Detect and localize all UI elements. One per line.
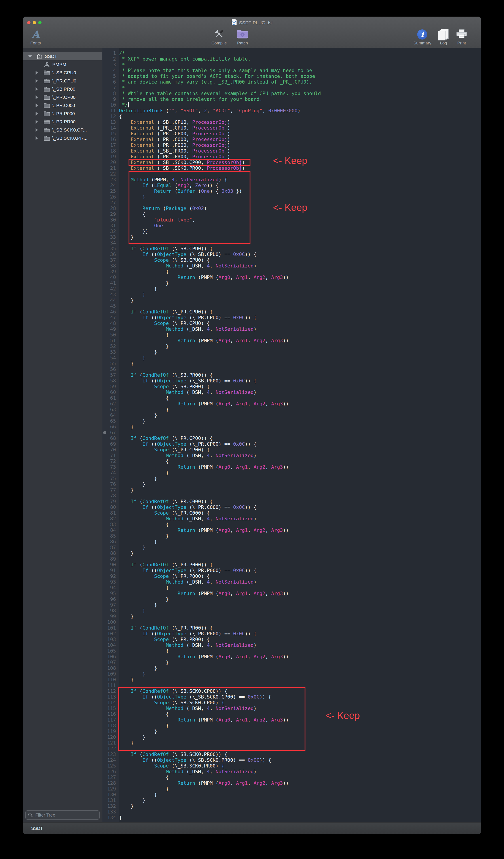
chevron-right-icon[interactable] (35, 79, 38, 83)
code-line[interactable]: 37 Scope (\_SB.CPU0) { (102, 257, 481, 263)
code-line[interactable]: 73 Return (PMPM (Arg0, Arg1, Arg2, Arg3)… (102, 464, 481, 470)
code-line[interactable]: 43 } (102, 292, 481, 298)
code-line[interactable]: 4 * Please note that this table is only … (102, 67, 481, 73)
chevron-right-icon[interactable] (35, 136, 38, 140)
code-line[interactable]: 17 External (_PR_.P000, ProcessorObj) (102, 142, 481, 148)
code-line[interactable]: 62 Return (PMPM (Arg0, Arg1, Arg2, Arg3)… (102, 401, 481, 407)
code-line[interactable]: 65 } (102, 418, 481, 424)
code-line[interactable]: 131 } (102, 798, 481, 803)
code-line[interactable]: 63 } (102, 407, 481, 412)
titlebar[interactable]: SSDT-PLUG.dsl (23, 17, 481, 29)
code-line[interactable]: 16 External (_PR_.C000, ProcessorObj) (102, 137, 481, 142)
code-line[interactable]: 68 If (CondRefOf (\_PR.CP00)) { (102, 436, 481, 441)
log-button[interactable]: Log (438, 28, 449, 46)
code-line[interactable]: 82 Method (_DSM, 4, NotSerialized) (102, 516, 481, 522)
code-line[interactable]: 9 * remove all the ones irrelevant for y… (102, 96, 481, 102)
code-line[interactable]: 32 }) (102, 229, 481, 234)
print-button[interactable]: Print (456, 28, 468, 46)
code-line[interactable]: 106 Return (PMPM (Arg0, Arg1, Arg2, Arg3… (102, 654, 481, 660)
code-line[interactable]: 130 } (102, 792, 481, 798)
code-line[interactable]: 60 Method (_DSM, 4, NotSerialized) (102, 390, 481, 395)
code-line[interactable]: 110 } (102, 677, 481, 683)
code-line[interactable]: 123 If (CondRefOf (\_SB.SCK0.PR00)) { (102, 752, 481, 757)
code-line[interactable]: 122 (102, 746, 481, 752)
code-line[interactable]: 12{ (102, 114, 481, 119)
summary-button[interactable]: i Summary (413, 28, 431, 46)
code-line[interactable]: 38 Method (_DSM, 4, NotSerialized) (102, 263, 481, 269)
code-line[interactable]: 41 } (102, 280, 481, 286)
code-line[interactable]: 118 } (102, 723, 481, 728)
code-line[interactable]: 70 Scope (\_PR.CP00) { (102, 447, 481, 453)
code-line[interactable]: 112 If (CondRefOf (\_SB.SCK0.CP00)) { (102, 688, 481, 694)
code-line[interactable]: 55 } (102, 361, 481, 366)
code-line[interactable]: 3 * (102, 62, 481, 67)
code-line[interactable]: 96 } (102, 597, 481, 602)
code-line[interactable]: 26 } (102, 194, 481, 200)
code-line[interactable]: 52 } (102, 344, 481, 349)
code-line[interactable]: 109 } (102, 671, 481, 677)
code-line[interactable]: 31 One (102, 223, 481, 229)
code-line[interactable]: 69 If ((ObjectType (\_PR.CP00) == 0x0C))… (102, 441, 481, 447)
code-line[interactable]: 133 (102, 809, 481, 815)
sidebar-item-sb-pr00[interactable]: \_SB.PR00 (23, 85, 102, 93)
code-line[interactable]: 22 (102, 171, 481, 177)
code-line[interactable]: 114 Scope (\_SB.SCK0.CP00) { (102, 700, 481, 706)
code-line[interactable]: 94 { (102, 585, 481, 591)
code-line[interactable]: 46 If (CondRefOf (\_PR.CPU0)) { (102, 309, 481, 315)
code-line[interactable]: 48 Scope (\_PR.CPU0) { (102, 320, 481, 326)
code-line[interactable]: 57 If (CondRefOf (\_SB.PR00)) { (102, 372, 481, 378)
code-line[interactable]: 49 Method (_DSM, 4, NotSerialized) (102, 326, 481, 332)
sidebar-item-sb-cpu0[interactable]: \_SB.CPU0 (23, 69, 102, 77)
code-line[interactable]: 11DefinitionBlock ("", "SSDT", 2, "ACDT"… (102, 108, 481, 114)
code-line[interactable]: 40 Return (PMPM (Arg0, Arg1, Arg2, Arg3)… (102, 274, 481, 280)
code-line[interactable]: 111 (102, 683, 481, 688)
code-line[interactable]: 74 } (102, 470, 481, 476)
code-line[interactable]: 117 Return (PMPM (Arg0, Arg1, Arg2, Arg3… (102, 717, 481, 723)
code-editor[interactable]: 1/*2 * XCPM power management compatibili… (102, 48, 481, 822)
code-line[interactable]: 71 Method (_DSM, 4, NotSerialized) (102, 453, 481, 458)
code-line[interactable]: 6 * and device name may vary (e.g. _SB_.… (102, 79, 481, 85)
code-line[interactable]: 56 (102, 366, 481, 372)
code-line[interactable]: 78 (102, 493, 481, 499)
code-line[interactable]: 77 } (102, 487, 481, 493)
code-line[interactable]: 7 * (102, 85, 481, 91)
code-line[interactable]: 34 (102, 240, 481, 246)
code-line[interactable]: 90 If (CondRefOf (\_PR.P000)) { (102, 562, 481, 568)
code-line[interactable]: 101 If (CondRefOf (\_PR.PR00)) { (102, 625, 481, 631)
code-line[interactable]: 113 If ((ObjectType (\_SB.SCK0.CP00) == … (102, 694, 481, 700)
code-line[interactable]: 39 { (102, 269, 481, 274)
code-line[interactable]: 25 Return (Buffer (One) { 0x03 }) (102, 189, 481, 194)
code-line[interactable]: 44 } (102, 298, 481, 303)
code-line[interactable]: 115 Method (_DSM, 4, NotSerialized) (102, 706, 481, 711)
code-line[interactable]: 1/* (102, 50, 481, 56)
code-line[interactable]: 24 If (LEqual (Arg2, Zero)) { (102, 183, 481, 189)
code-line[interactable]: 102 If ((ObjectType (\_PR.PR00) == 0x0C)… (102, 631, 481, 637)
chevron-right-icon[interactable] (35, 111, 38, 116)
code-line[interactable]: 97 } (102, 602, 481, 608)
code-line[interactable]: 95 Return (PMPM (Arg0, Arg1, Arg2, Arg3)… (102, 591, 481, 597)
code-line[interactable]: 129 } (102, 786, 481, 792)
code-line[interactable]: 98 } (102, 608, 481, 614)
code-line[interactable]: 21 External (_SB_.SCK0.PR00, ProcessorOb… (102, 165, 481, 171)
code-line[interactable]: 124 If ((ObjectType (\_SB.SCK0.PR00) == … (102, 757, 481, 763)
code-line[interactable]: 107 } (102, 660, 481, 665)
code-line[interactable]: 79 If (CondRefOf (\_PR.C000)) { (102, 499, 481, 504)
code-line[interactable]: 53 } (102, 349, 481, 355)
code-line[interactable]: 30 "plugin-type", (102, 217, 481, 223)
code-line[interactable]: 128 Return (PMPM (Arg0, Arg1, Arg2, Arg3… (102, 780, 481, 786)
code-line[interactable]: 85 } (102, 533, 481, 539)
code-line[interactable]: 125 Scope (\_SB.SCK0.PR00) { (102, 763, 481, 769)
code-line[interactable]: 80 If ((ObjectType (\_PR.C000) == 0x0C))… (102, 504, 481, 510)
chevron-right-icon[interactable] (35, 71, 38, 75)
code-line[interactable]: 75 } (102, 476, 481, 481)
code-line[interactable]: 116 { (102, 711, 481, 717)
sidebar-item-pr-cpu0[interactable]: \_PR.CPU0 (23, 77, 102, 85)
code-line[interactable]: 83 { (102, 522, 481, 527)
code-line[interactable]: 134} (102, 815, 481, 820)
code-line[interactable]: 64 } (102, 412, 481, 418)
code-line[interactable]: 108 } (102, 665, 481, 671)
sidebar-item-pr-pr00[interactable]: \_PR.PR00 (23, 118, 102, 126)
filter-tree-input[interactable] (26, 810, 99, 820)
code-line[interactable]: 86 } (102, 539, 481, 545)
code-line[interactable]: 67 (102, 430, 481, 436)
